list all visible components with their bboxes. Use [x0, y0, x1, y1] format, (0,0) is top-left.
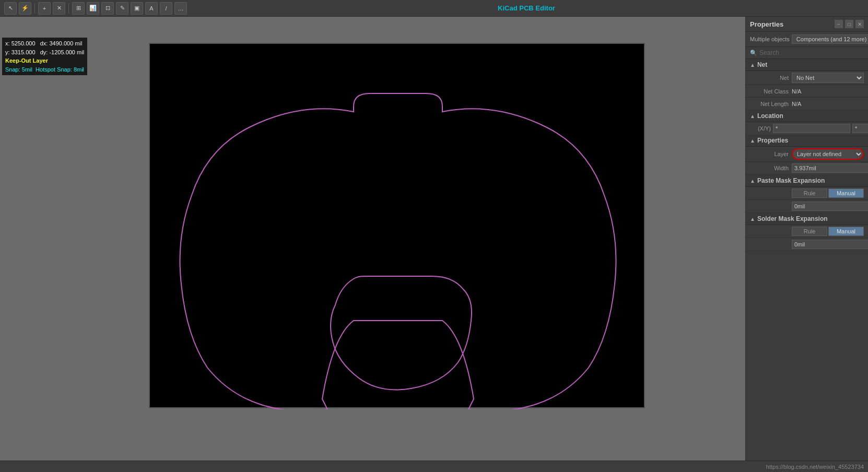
paste-mask-manual-btn[interactable]: Manual	[828, 188, 864, 198]
y-coord-value: 3315.000	[11, 49, 36, 55]
layer-select[interactable]: Layer not defined	[792, 148, 864, 160]
paste-mask-rule-btn[interactable]: Rule	[792, 188, 827, 198]
location-section-title: Location	[757, 112, 783, 120]
solder-mask-value-row	[746, 238, 868, 251]
net-class-row: Net Class N/A	[746, 85, 868, 98]
snap-info: Snap: 5mil	[5, 66, 32, 73]
toolbar-text-btn[interactable]: A	[145, 2, 158, 15]
net-select[interactable]: No Net	[792, 73, 864, 83]
toolbar-sep-2	[68, 3, 69, 14]
paste-mask-toggle-row: Rule Manual	[746, 187, 868, 200]
filter-label: Multiple objects	[750, 36, 790, 42]
paste-mask-arrow: ▲	[750, 178, 755, 184]
panel-controls: − □ ✕	[835, 20, 864, 28]
x-coord-value: 5250.000	[11, 40, 36, 46]
properties-sub-title: Properties	[757, 137, 788, 144]
net-section-title: Net	[757, 61, 767, 68]
properties-sub-section-header[interactable]: ▲ Properties	[746, 135, 868, 147]
toolbar-add-btn[interactable]: +	[38, 2, 51, 15]
xy-label: (X/Y)	[750, 125, 771, 132]
width-label: Width	[750, 165, 792, 171]
y-coord-label: y:	[5, 49, 10, 55]
toolbar-chart-btn[interactable]: 📊	[87, 2, 99, 15]
location-section-arrow: ▲	[750, 113, 755, 119]
panel-close-btn[interactable]: ✕	[855, 20, 864, 28]
solder-mask-title: Solder Mask Expansion	[757, 215, 828, 222]
paste-mask-title: Paste Mask Expansion	[757, 177, 825, 184]
width-row: Width	[746, 162, 868, 175]
net-row: Net No Net	[746, 71, 868, 85]
panel-pin-btn[interactable]: −	[835, 20, 843, 28]
net-length-row: Net Length N/A	[746, 98, 868, 110]
properties-panel: Properties − □ ✕ Multiple objects Compon…	[745, 17, 868, 461]
net-label: Net	[750, 75, 792, 81]
location-section-header[interactable]: ▲ Location	[746, 110, 868, 122]
net-section-header[interactable]: ▲ Net	[746, 59, 868, 71]
toolbar: ↖ ⚡ + ✕ ⊞ 📊 ⊡ ✎ ▣ A / … KiCad PCB Editor	[0, 0, 868, 17]
net-class-value: N/A	[792, 88, 864, 95]
solder-mask-manual-btn[interactable]: Manual	[828, 227, 864, 236]
toolbar-sep-1	[34, 3, 35, 14]
net-length-label: Net Length	[750, 101, 792, 107]
toolbar-grid-btn[interactable]: ⊡	[101, 2, 114, 15]
properties-sub-arrow: ▲	[750, 138, 755, 144]
solder-mask-toggle-group: Rule Manual	[792, 227, 864, 236]
paste-mask-toggle-group: Rule Manual	[792, 188, 864, 198]
solder-mask-arrow: ▲	[750, 216, 755, 222]
toolbar-route-btn[interactable]: ⚡	[19, 2, 31, 15]
toolbar-cursor-btn[interactable]: ↖	[4, 2, 17, 15]
toolbar-line-btn[interactable]: /	[160, 2, 172, 15]
xy-row: (X/Y) 🔒	[746, 122, 868, 135]
info-overlay: x: 5250.000 dx: 3490.000 mil y: 3315.000…	[2, 38, 87, 75]
solder-mask-section-header[interactable]: ▲ Solder Mask Expansion	[746, 213, 868, 225]
toolbar-box-btn[interactable]: ▣	[131, 2, 143, 15]
paste-mask-value-row	[746, 200, 868, 213]
pcb-svg	[150, 44, 646, 409]
x-input[interactable]	[773, 124, 850, 133]
hotspot-info: Hotspot Snap: 8mil	[36, 66, 84, 73]
toolbar-delete-btn[interactable]: ✕	[53, 2, 65, 15]
toolbar-edit-btn[interactable]: ✎	[116, 2, 128, 15]
panel-filter-row: Multiple objects Components (and 12 more…	[746, 32, 868, 47]
url-text: https://blog.csdn.net/weixin_45523734	[766, 464, 864, 470]
search-icon: 🔍	[750, 50, 757, 56]
dx-coord-value: 3490.000 mil	[49, 40, 82, 46]
x-coord-label: x:	[5, 40, 10, 46]
toolbar-title: KiCad PCB Editor	[189, 4, 864, 12]
net-class-label: Net Class	[750, 88, 792, 95]
panel-minimize-btn[interactable]: □	[845, 20, 853, 28]
width-input[interactable]	[792, 163, 868, 173]
search-input[interactable]	[759, 49, 864, 56]
paste-mask-input[interactable]	[792, 202, 868, 211]
layer-label: Layer	[750, 151, 792, 157]
dy-coord-value: -1205.000 mil	[49, 49, 84, 55]
layer-row: Layer Layer not defined	[746, 147, 868, 162]
pcb-canvas	[149, 43, 645, 408]
net-section-arrow: ▲	[750, 62, 755, 68]
main-area: x: 5250.000 dx: 3490.000 mil y: 3315.000…	[0, 17, 868, 461]
solder-mask-rule-btn[interactable]: Rule	[792, 227, 827, 236]
net-length-value: N/A	[792, 101, 864, 107]
canvas-area[interactable]: x: 5250.000 dx: 3490.000 mil y: 3315.000…	[0, 17, 745, 461]
y-input[interactable]	[852, 124, 868, 133]
toolbar-more-btn[interactable]: …	[174, 2, 187, 15]
search-row: 🔍	[746, 47, 868, 59]
panel-title: Properties	[750, 20, 783, 28]
paste-mask-section-header[interactable]: ▲ Paste Mask Expansion	[746, 175, 868, 187]
filter-dropdown[interactable]: Components (and 12 more)	[792, 34, 868, 44]
solder-mask-input[interactable]	[792, 240, 868, 249]
bottom-bar: https://blog.csdn.net/weixin_45523734	[0, 461, 868, 472]
toolbar-inspect-btn[interactable]: ⊞	[72, 2, 85, 15]
solder-mask-toggle-row: Rule Manual	[746, 225, 868, 238]
dx-coord-label: dx:	[40, 40, 48, 46]
dy-coord-label: dy:	[40, 49, 48, 55]
layer-name-info: Keep-Out Layer	[5, 56, 84, 65]
panel-header: Properties − □ ✕	[746, 17, 868, 32]
